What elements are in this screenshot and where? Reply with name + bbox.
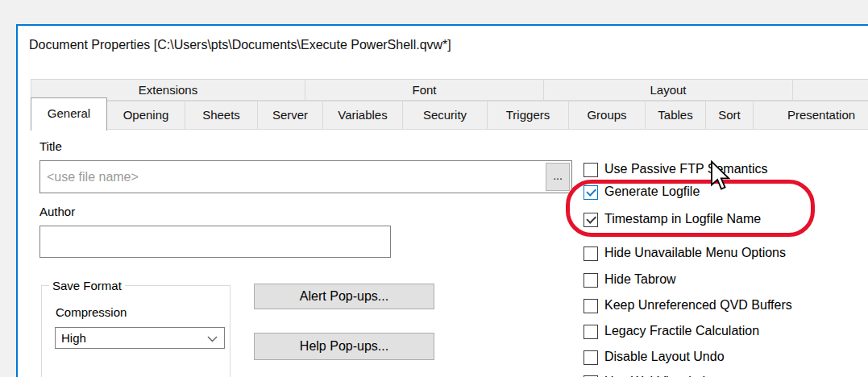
mouse-cursor-arrow <box>710 160 731 191</box>
checkbox-label: Hide Unavailable Menu Options <box>604 246 786 260</box>
alert-popups-button[interactable]: Alert Pop-ups... <box>254 284 434 309</box>
screenshot-root: { "window": { "title": "Document Propert… <box>0 0 868 377</box>
tab-variables[interactable]: Variables <box>322 101 403 130</box>
tab-server[interactable]: Server <box>257 101 323 130</box>
author-field-label: Author <box>39 205 75 218</box>
tab-security[interactable]: Security <box>402 101 488 130</box>
tab-groups[interactable]: Groups <box>568 101 646 130</box>
checkbox-icon[interactable] <box>584 325 598 339</box>
tab-caption-partial[interactable] <box>792 79 868 101</box>
checkbox-icon[interactable] <box>584 246 598 261</box>
checkbox-label: Timestamp in Logfile Name <box>604 212 761 226</box>
chevron-down-icon <box>207 336 218 342</box>
tab-sheets[interactable]: Sheets <box>185 101 258 130</box>
tab-triggers[interactable]: Triggers <box>487 101 569 130</box>
author-input[interactable] <box>39 226 391 258</box>
browse-button[interactable]: ... <box>546 163 570 191</box>
checkbox-label: Disable Layout Undo <box>604 350 725 364</box>
tab-layout[interactable]: Layout <box>543 79 793 101</box>
checkbox-label: Legacy Fractile Calculation <box>604 324 759 338</box>
help-popups-button[interactable]: Help Pop-ups... <box>254 333 434 360</box>
checkbox-label: Hide Tabrow <box>604 272 676 287</box>
checkbox-icon[interactable] <box>584 163 598 177</box>
title-bar: Document Properties [C:\Users\pts\Docume… <box>18 26 868 77</box>
tab-general[interactable]: General <box>31 97 107 130</box>
compression-label: Compression <box>56 305 127 319</box>
compression-dropdown[interactable]: High <box>55 327 225 349</box>
tab-presentation[interactable]: Presentation <box>753 101 868 130</box>
compression-selected-value: High <box>61 331 86 345</box>
checkbox-icon[interactable] <box>584 350 598 365</box>
title-input[interactable] <box>39 160 572 193</box>
checkbox-label: Use Passive FTP Semantics <box>604 162 767 176</box>
save-format-legend: Save Format <box>49 279 125 292</box>
checkbox-icon[interactable] <box>584 273 598 288</box>
checkbox-label: Generate Logfile <box>604 184 700 199</box>
dialog-title: Document Properties [C:\Users\pts\Docume… <box>29 38 451 52</box>
tab-tables[interactable]: Tables <box>645 101 706 130</box>
tab-opening[interactable]: Opening <box>106 101 185 130</box>
checkbox-checked-icon[interactable] <box>584 185 598 200</box>
document-properties-dialog: Document Properties [C:\Users\pts\Docume… <box>16 24 868 377</box>
title-field-label: Title <box>39 139 62 153</box>
checkbox-icon[interactable] <box>584 299 598 313</box>
checkbox-checked-icon[interactable] <box>584 213 598 227</box>
tab-font[interactable]: Font <box>305 79 544 101</box>
tab-sort[interactable]: Sort <box>705 101 754 130</box>
checkbox-label: Keep Unreferenced QVD Buffers <box>604 298 792 313</box>
